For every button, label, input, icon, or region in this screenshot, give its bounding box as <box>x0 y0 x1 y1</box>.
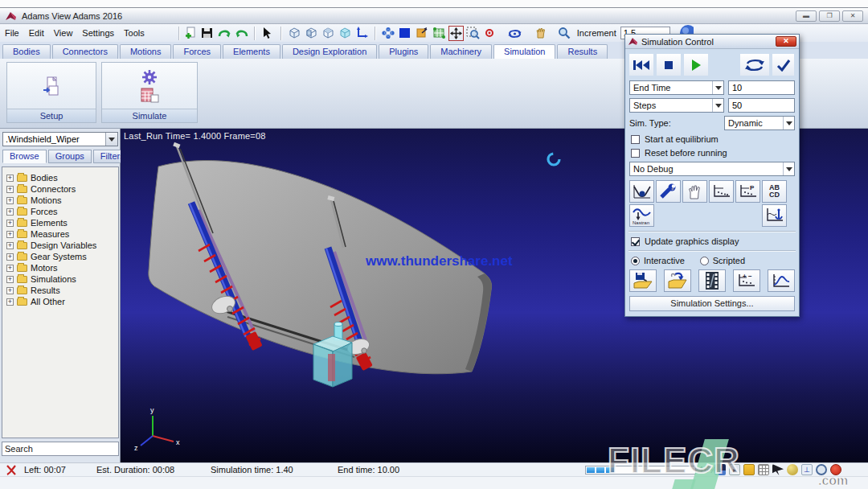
select-arrow-button[interactable] <box>260 26 276 41</box>
menu-tools[interactable]: Tools <box>119 28 149 38</box>
model-selector-arrow[interactable] <box>105 133 117 146</box>
shaded-cube-button[interactable] <box>338 26 353 41</box>
redo-button[interactable] <box>217 26 232 41</box>
tray-folder-icon[interactable] <box>743 464 755 475</box>
steps-dropdown[interactable]: Steps <box>629 98 724 113</box>
rewind-button[interactable] <box>629 54 653 76</box>
scripted-radio[interactable] <box>700 257 709 265</box>
rotate-view-button[interactable] <box>507 26 522 41</box>
interactive-radio[interactable] <box>631 257 640 265</box>
tab-design-exploration[interactable]: Design Exploration <box>282 44 377 59</box>
tray-sphere-icon[interactable] <box>787 464 798 475</box>
expand-icon[interactable] <box>6 265 14 272</box>
reset-before-running-checkbox[interactable] <box>631 149 640 158</box>
tray-pointer-icon[interactable] <box>772 464 784 475</box>
expand-icon[interactable] <box>6 242 14 249</box>
expand-icon[interactable] <box>6 231 14 238</box>
render-mode-button[interactable] <box>415 26 430 41</box>
tree-item-all-other[interactable]: All Other <box>6 296 118 307</box>
tree-item-bodies[interactable]: Bodies <box>6 172 118 183</box>
ribbon-group-setup[interactable]: Setup <box>6 62 96 123</box>
sim-type-dropdown[interactable]: Dynamic <box>724 116 795 130</box>
tree-item-connectors[interactable]: Connectors <box>6 183 118 195</box>
expand-icon[interactable] <box>6 197 14 204</box>
expand-icon[interactable] <box>6 175 14 182</box>
nastran-export-button[interactable]: Nastran <box>629 204 654 227</box>
expand-icon[interactable] <box>6 220 14 227</box>
menu-edit[interactable]: Edit <box>24 28 49 38</box>
restore-button[interactable]: ❐ <box>819 10 840 22</box>
interactive-hand-button[interactable] <box>682 180 707 203</box>
verify-button[interactable] <box>772 54 794 76</box>
sidebar-tab-browse[interactable]: Browse <box>2 150 47 163</box>
ribbon-group-simulate[interactable]: Simulate <box>101 62 198 123</box>
tab-bodies[interactable]: Bodies <box>2 44 51 59</box>
search-input[interactable] <box>2 442 119 456</box>
sidebar-tab-groups[interactable]: Groups <box>48 150 92 163</box>
dropdown-arrow-icon[interactable] <box>783 117 794 129</box>
dialog-titlebar[interactable]: Simulation Control ✕ <box>625 35 799 49</box>
zoom-box-button[interactable] <box>465 26 481 41</box>
expand-icon[interactable] <box>6 186 14 193</box>
center-view-button[interactable] <box>482 26 497 41</box>
menu-view[interactable]: View <box>49 28 78 38</box>
fit-view-button[interactable] <box>448 26 464 41</box>
start-equilibrium-checkbox[interactable] <box>631 135 640 144</box>
tree-item-gear-systems[interactable]: Gear Systems <box>6 251 118 262</box>
load-run-results-button[interactable] <box>664 269 691 292</box>
top-view-cube-button[interactable] <box>321 26 336 41</box>
expand-icon[interactable] <box>6 287 14 294</box>
end-time-input[interactable] <box>728 80 795 95</box>
tab-forces[interactable]: Forces <box>173 44 221 59</box>
tab-plugins[interactable]: Plugins <box>379 44 428 59</box>
expand-icon[interactable] <box>6 253 14 261</box>
menu-settings[interactable]: Settings <box>77 28 119 38</box>
plot-tolerance-button[interactable]: + − <box>733 269 760 292</box>
plot-p-button[interactable]: P <box>735 180 760 203</box>
save-button[interactable] <box>200 26 215 41</box>
tree-item-design-variables[interactable]: Design Variables <box>6 240 118 251</box>
animation-film-button[interactable] <box>698 269 726 292</box>
expand-icon[interactable] <box>6 298 14 306</box>
tab-motions[interactable]: Motions <box>120 44 172 59</box>
tree-item-motions[interactable]: Motions <box>6 195 118 206</box>
tree-item-results[interactable]: Results <box>6 285 118 296</box>
tab-elements[interactable]: Elements <box>223 44 280 59</box>
dialog-close-button[interactable]: ✕ <box>776 36 796 47</box>
update-graphics-checkbox[interactable] <box>631 237 640 246</box>
dropdown-arrow-icon[interactable] <box>783 162 794 175</box>
plot-static-button[interactable] <box>709 180 734 203</box>
tree-item-motors[interactable]: Motors <box>6 262 118 273</box>
plot-damping-button[interactable] <box>629 180 654 203</box>
model-selector-dropdown[interactable]: .Windshield_Wiper <box>2 132 118 146</box>
dropdown-arrow-icon[interactable] <box>712 99 723 112</box>
tray-calculator-icon[interactable] <box>758 464 769 475</box>
expand-icon[interactable] <box>6 276 14 283</box>
connectors-button[interactable] <box>381 26 396 41</box>
pan-hand-button[interactable] <box>534 26 549 41</box>
front-view-cube-button[interactable] <box>287 26 302 41</box>
play-button[interactable] <box>684 54 708 76</box>
new-file-button[interactable] <box>183 26 199 41</box>
end-time-dropdown[interactable]: End Time <box>629 80 724 95</box>
reset-button[interactable] <box>740 54 769 76</box>
tab-simulation[interactable]: Simulation <box>493 44 555 59</box>
minimize-button[interactable]: ▬ <box>796 10 817 22</box>
tree-item-measures[interactable]: Measures <box>6 228 118 240</box>
solver-settings-wrench-button[interactable] <box>656 180 681 203</box>
tab-results[interactable]: Results <box>557 44 608 59</box>
expand-icon[interactable] <box>6 208 14 216</box>
save-run-results-button[interactable] <box>629 269 657 292</box>
tree-item-elements[interactable]: Elements <box>6 217 118 228</box>
stop-button[interactable] <box>657 54 681 76</box>
abcd-linear-button[interactable]: AB CD <box>762 180 787 203</box>
view-grid-button[interactable] <box>432 26 447 41</box>
close-button[interactable]: ✕ <box>842 10 863 22</box>
undo-button[interactable] <box>234 26 249 41</box>
zoom-button[interactable] <box>557 26 572 41</box>
simulation-settings-button[interactable]: Simulation Settings... <box>629 296 795 311</box>
iso-view-cube-button[interactable] <box>304 26 319 41</box>
color-swatch-button[interactable] <box>398 26 413 41</box>
tab-connectors[interactable]: Connectors <box>52 44 118 59</box>
plot-curve-button[interactable] <box>768 269 795 292</box>
